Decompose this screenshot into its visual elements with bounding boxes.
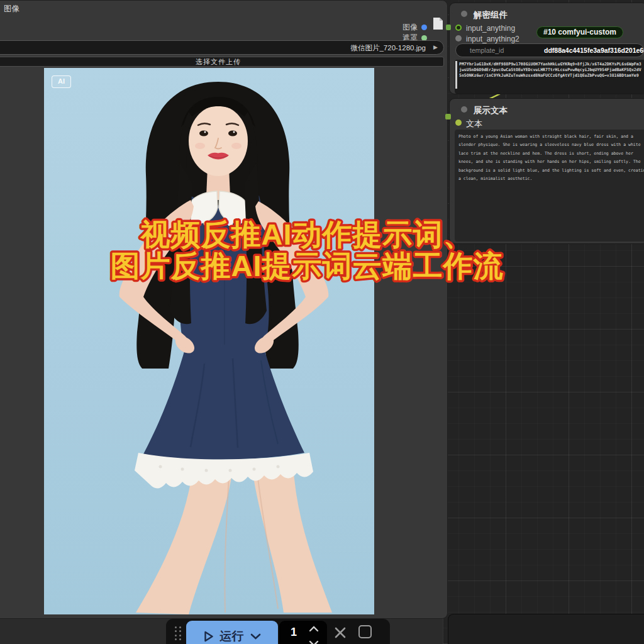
- clear-queue-icon[interactable]: [333, 626, 347, 640]
- run-button-label: 运行: [220, 628, 244, 644]
- image-preview[interactable]: AI: [44, 68, 374, 614]
- template-id-label: template_id: [470, 47, 504, 54]
- queue-toolbar: 运行 1: [166, 619, 390, 644]
- output-image-dot[interactable]: [421, 25, 427, 30]
- next-file-arrow-icon[interactable]: ▶: [433, 44, 438, 50]
- load-image-node-title: 图像: [4, 4, 19, 14]
- input-anything-label: input_anything: [466, 24, 515, 33]
- display-text-node[interactable]: 展示文本 文本 Photo of a young Asian woman wit…: [449, 98, 644, 244]
- photo-figure: [44, 68, 374, 614]
- input-anything2-dot[interactable]: [455, 35, 462, 42]
- stop-icon[interactable]: [358, 625, 372, 638]
- output-image-label: 图像: [402, 22, 418, 33]
- node-collapse-dot[interactable]: [461, 106, 467, 113]
- document-icon[interactable]: [433, 17, 443, 30]
- increment-icon[interactable]: [308, 625, 319, 633]
- display-node-title: 展示文本: [474, 105, 508, 116]
- encrypted-textarea[interactable]: PM7Yhr1uG1DxK/dHf988P9w1708GiUOH7YanhHkL…: [455, 60, 644, 94]
- cutoff-node-bottom[interactable]: [448, 614, 644, 644]
- output-row-image: 图像: [402, 22, 427, 33]
- decrypt-node-title: 解密组件: [474, 9, 508, 21]
- prompt-result-text[interactable]: Photo of a young Asian woman with straig…: [455, 130, 644, 242]
- filename-widget[interactable]: 微信图片_720-1280.jpg ▶: [0, 40, 444, 55]
- play-icon: [204, 631, 214, 642]
- text-input-label: 文本: [466, 118, 482, 130]
- input-anything2-label: input_anything2: [466, 35, 519, 43]
- node-id-badge: #10 comfyui-custom: [536, 26, 623, 38]
- input-link-nub[interactable]: [446, 25, 451, 30]
- template-id-widget[interactable]: template_id ddf88a4c4415fe3a9af316d201e6…: [455, 43, 644, 57]
- queue-count-panel: 1: [279, 621, 327, 644]
- run-button[interactable]: 运行: [186, 621, 278, 644]
- drag-handle[interactable]: [174, 625, 182, 641]
- upload-file-button[interactable]: 选择文件上传: [0, 57, 444, 67]
- input-anything-dot[interactable]: [455, 25, 462, 31]
- template-id-value: ddf88a4c4415fe3a9af316d201e66b: [544, 47, 644, 54]
- text-input-dot[interactable]: [455, 119, 462, 126]
- decrypt-node[interactable]: 解密组件 input_anything input_anything2 temp…: [449, 3, 644, 94]
- textarea-scrollbar[interactable]: [455, 61, 457, 89]
- chevron-down-icon[interactable]: [250, 633, 261, 640]
- ai-watermark-badge: AI: [52, 75, 71, 88]
- queue-count-value: 1: [291, 626, 297, 639]
- comfyui-canvas: 图像 图像 遮罩 微信图片_720-1280.jpg ▶ 选择文件上传: [0, 0, 644, 644]
- encrypted-text: PM7Yhr1uG1DxK/dHf988P9w1708GiUOH7YanhHkL…: [459, 62, 641, 79]
- node-collapse-dot[interactable]: [461, 11, 467, 17]
- canvas-grid[interactable]: [443, 0, 644, 644]
- decrement-icon[interactable]: [308, 640, 319, 644]
- filename-value: 微信图片_720-1280.jpg: [350, 43, 426, 53]
- text-link-nub[interactable]: [445, 114, 451, 119]
